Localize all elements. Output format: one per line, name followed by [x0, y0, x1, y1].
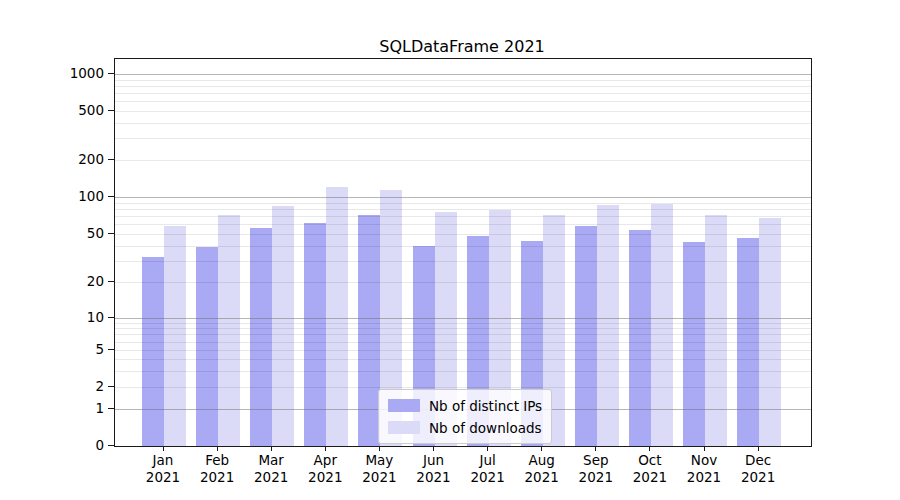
x-tick-mark: [541, 446, 542, 451]
x-tick-mark: [704, 446, 705, 451]
legend-swatch-downloads: [388, 421, 420, 434]
bar-distinct-ips-apr: [304, 223, 326, 446]
bar-downloads-sep: [597, 205, 619, 446]
bar-downloads-feb: [218, 215, 240, 446]
bar-distinct-ips-feb: [196, 247, 218, 446]
legend-label-downloads: Nb of downloads: [429, 420, 542, 436]
plot-area: Nb of distinct IPs Nb of downloads: [114, 58, 812, 447]
y-tick-mark: [108, 408, 114, 409]
bars-layer: [115, 59, 811, 446]
y-tick-mark: [108, 281, 114, 282]
y-tick-label: 500: [0, 101, 104, 119]
y-tick-mark: [108, 349, 114, 350]
y-tick-mark: [108, 233, 114, 234]
y-tick-label: 200: [0, 150, 104, 168]
figure: SQLDataFrame 2021 Nb of distinct IPs Nb …: [0, 0, 900, 500]
y-tick-label: 10: [0, 308, 104, 326]
x-tick-mark: [433, 446, 434, 451]
x-tick-mark: [758, 446, 759, 451]
bar-downloads-mar: [272, 206, 294, 446]
y-tick-mark: [108, 196, 114, 197]
y-tick-label: 1000: [0, 64, 104, 82]
x-tick-mark: [163, 446, 164, 451]
bar-downloads-apr: [326, 187, 348, 446]
x-tick-mark: [271, 446, 272, 451]
y-tick-mark: [108, 73, 114, 74]
bar-distinct-ips-nov: [683, 242, 705, 446]
legend-label-distinct-ips: Nb of distinct IPs: [429, 398, 542, 414]
legend-entry-distinct-ips: Nb of distinct IPs: [388, 397, 542, 414]
x-tick-mark: [217, 446, 218, 451]
bar-distinct-ips-jan: [142, 257, 164, 446]
y-tick-label: 50: [0, 224, 104, 242]
x-tick-label-dec: Dec 2021: [726, 452, 790, 486]
bar-distinct-ips-oct: [629, 230, 651, 446]
chart-title: SQLDataFrame 2021: [114, 37, 810, 56]
y-tick-mark: [108, 110, 114, 111]
y-tick-label: 0: [0, 436, 104, 454]
x-tick-mark: [325, 446, 326, 451]
x-tick-mark: [595, 446, 596, 451]
bar-distinct-ips-sep: [575, 226, 597, 446]
bar-distinct-ips-dec: [737, 238, 759, 446]
legend-entry-downloads: Nb of downloads: [388, 419, 542, 436]
bar-downloads-nov: [705, 215, 727, 446]
x-tick-mark: [649, 446, 650, 451]
y-tick-label: 100: [0, 187, 104, 205]
y-tick-mark: [108, 159, 114, 160]
bar-downloads-oct: [651, 204, 673, 446]
bar-downloads-dec: [759, 218, 781, 446]
y-tick-mark: [108, 445, 114, 446]
bar-distinct-ips-mar: [250, 228, 272, 446]
x-tick-mark: [379, 446, 380, 451]
y-tick-label: 20: [0, 272, 104, 290]
y-tick-label: 1: [0, 399, 104, 417]
y-tick-label: 5: [0, 340, 104, 358]
y-tick-label: 2: [0, 377, 104, 395]
y-tick-mark: [108, 317, 114, 318]
bar-downloads-jan: [164, 226, 186, 446]
y-tick-mark: [108, 386, 114, 387]
legend: Nb of distinct IPs Nb of downloads: [378, 389, 552, 444]
x-tick-mark: [487, 446, 488, 451]
legend-swatch-distinct-ips: [388, 399, 420, 412]
